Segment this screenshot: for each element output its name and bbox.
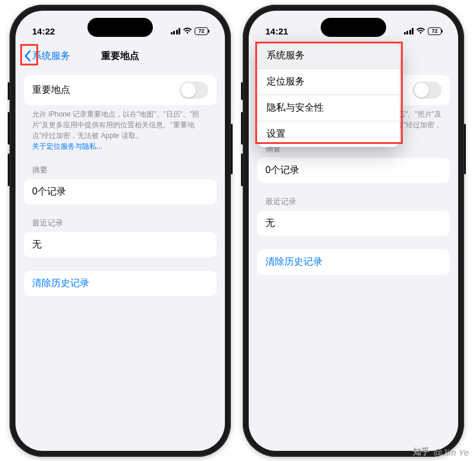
watermark: 知乎 @Jim Ye xyxy=(413,447,469,457)
recent-row[interactable]: 无 xyxy=(257,211,450,236)
breadcrumb-item[interactable]: 系统服务 xyxy=(257,43,400,69)
battery-icon: 72 xyxy=(195,27,208,35)
summary-value: 0个记录 xyxy=(32,186,66,198)
cellular-icon xyxy=(171,28,181,35)
clear-history-button[interactable]: 清除历史记录 xyxy=(257,249,450,275)
cellular-icon xyxy=(404,28,414,35)
summary-row[interactable]: 0个记录 xyxy=(24,179,217,205)
clear-history-button[interactable]: 清除历史记录 xyxy=(24,271,217,296)
battery-icon: 72 xyxy=(428,27,441,35)
description-text: 允许 iPhone 记录重要地点，以在"地图"、"日历"、"照片"及更多应用中提… xyxy=(24,105,217,152)
dynamic-island xyxy=(87,18,153,37)
nav-bar: 系统服务 重要地点 xyxy=(15,43,225,69)
phone-left: 14:22 72 系统服务 重要地点 xyxy=(10,5,231,457)
toggle-switch[interactable] xyxy=(413,81,441,99)
breadcrumb-item[interactable]: 定位服务 xyxy=(257,69,400,95)
section-header-recent: 最近记录 xyxy=(257,196,450,211)
clock: 14:22 xyxy=(32,26,55,36)
wifi-icon xyxy=(416,27,425,35)
summary-row[interactable]: 0个记录 xyxy=(257,158,450,183)
recent-row[interactable]: 无 xyxy=(24,232,217,258)
toggle-switch[interactable] xyxy=(180,81,208,99)
wifi-icon xyxy=(183,27,192,35)
section-header-recent: 最近记录 xyxy=(24,218,217,232)
recent-value: 无 xyxy=(265,217,275,230)
breadcrumb-menu: 系统服务 定位服务 隐私与安全性 设置 xyxy=(257,43,400,147)
clock: 14:21 xyxy=(265,26,288,36)
chevron-left-icon xyxy=(24,50,31,62)
back-label: 系统服务 xyxy=(32,50,70,62)
section-header-summary: 摘要 xyxy=(24,165,217,179)
summary-value: 0个记录 xyxy=(265,164,299,177)
recent-value: 无 xyxy=(32,239,42,251)
breadcrumb-item[interactable]: 设置 xyxy=(257,121,400,147)
privacy-link[interactable]: 关于定位服务与隐私... xyxy=(32,142,102,150)
breadcrumb-item[interactable]: 隐私与安全性 xyxy=(257,95,400,121)
dynamic-island xyxy=(321,18,386,37)
back-button[interactable]: 系统服务 xyxy=(21,49,73,64)
phone-right: 14:21 72 重要地点 xyxy=(243,5,464,457)
toggle-row-significant-locations[interactable]: 重要地点 xyxy=(24,75,217,105)
toggle-label: 重要地点 xyxy=(32,84,70,96)
